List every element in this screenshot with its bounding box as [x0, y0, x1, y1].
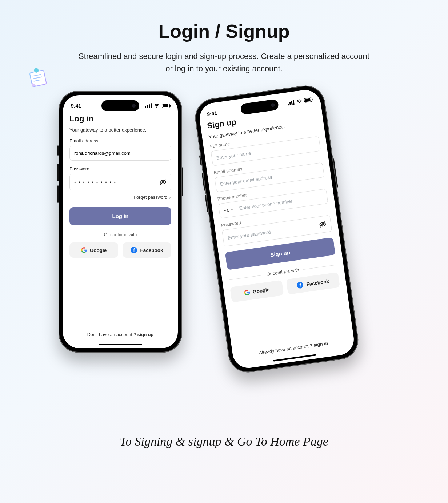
facebook-signup-button[interactable]: f Facebook: [286, 272, 340, 295]
login-footer: Don't have an account ? sign up: [63, 332, 178, 337]
google-icon: [81, 247, 87, 253]
chevron-down-icon: ▾: [231, 208, 233, 212]
login-button[interactable]: Log in: [69, 207, 171, 225]
phone-placeholder: Enter your phone number: [239, 198, 293, 211]
signup-link[interactable]: sign up: [137, 332, 153, 337]
forgot-password-link[interactable]: Forget password ?: [69, 195, 171, 200]
facebook-icon: f: [296, 282, 304, 289]
google-icon: [244, 289, 250, 296]
login-tagline: Your gateway to a better experience.: [69, 127, 171, 133]
status-time: 9:41: [71, 103, 81, 109]
battery-icon: [304, 97, 312, 103]
eye-off-icon[interactable]: [159, 178, 167, 186]
device-notch: [101, 100, 139, 111]
battery-icon: [162, 104, 170, 108]
password-input[interactable]: • • • • • • • • • •: [69, 174, 171, 190]
page-title: Login / Signup: [0, 20, 448, 42]
login-phone-mockup: 9:41 Log in Your gateway to a better exp…: [59, 91, 182, 353]
facebook-label: Facebook: [306, 278, 329, 287]
signal-icon: [145, 103, 152, 108]
status-time: 9:41: [207, 110, 217, 117]
facebook-signin-button[interactable]: f Facebook: [123, 242, 171, 258]
email-input-value: ronaldrichards@gmail.com: [74, 150, 131, 156]
wifi-icon: [296, 99, 303, 104]
home-indicator: [273, 354, 316, 362]
email-label: Email address: [69, 138, 171, 144]
country-code-selector[interactable]: +1 ▾: [224, 206, 237, 213]
email-input[interactable]: ronaldrichards@gmail.com: [69, 146, 171, 161]
facebook-label: Facebook: [140, 248, 163, 253]
login-heading: Log in: [69, 114, 171, 124]
signup-footer: Already have an account ? sign in: [233, 337, 355, 359]
signup-phone-mockup: 9:41 Sign up Your gateway to a better ex…: [193, 83, 361, 375]
fullname-placeholder: Enter your name: [216, 150, 251, 161]
wifi-icon: [154, 104, 160, 108]
facebook-icon: f: [131, 247, 137, 253]
password-label: Password: [69, 166, 171, 172]
google-signin-button[interactable]: Google: [69, 242, 118, 258]
sticky-note-icon: [25, 65, 49, 89]
signal-icon: [287, 100, 295, 105]
google-label: Google: [90, 248, 107, 253]
page-caption: To Signing & signup & Go To Home Page: [0, 435, 448, 448]
google-label: Google: [252, 287, 270, 294]
password-placeholder: Enter your password: [227, 229, 271, 240]
eye-off-icon[interactable]: [319, 220, 327, 229]
email-placeholder: Enter your email address: [220, 174, 272, 187]
signin-link[interactable]: sign in: [313, 341, 328, 348]
page-subtitle: Streamlined and secure login and sign-up…: [75, 50, 373, 75]
home-indicator: [99, 344, 142, 345]
password-mask: • • • • • • • • • •: [74, 180, 116, 185]
google-signup-button[interactable]: Google: [230, 280, 284, 303]
or-divider: Or continue with: [69, 232, 171, 237]
